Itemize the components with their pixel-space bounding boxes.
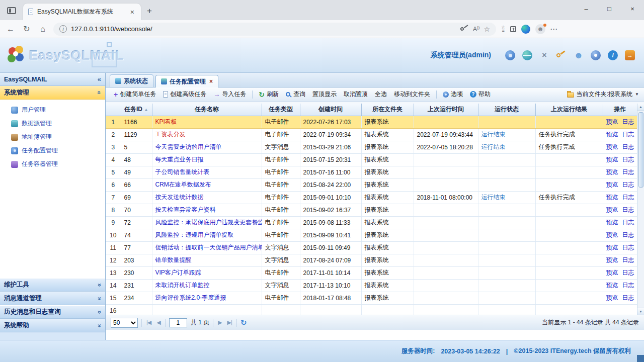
action-link[interactable]: 日志 — [622, 294, 634, 301]
new-tab-button[interactable]: + — [147, 6, 152, 16]
sidebar-item-user-management[interactable]: 用户管理 — [0, 103, 105, 117]
refresh-button[interactable]: ↻ 刷新 — [256, 88, 282, 100]
action-link[interactable]: 日志 — [622, 118, 634, 125]
table-row[interactable]: 16 — [106, 304, 637, 315]
table-row[interactable]: 870按天检查异常客户资料电子邮件2015-09-02 16:37报表系统预览日… — [106, 204, 637, 216]
table-row[interactable]: 21129工资表分发电子邮件2022-07-19 09:34报表系统2022-0… — [106, 128, 637, 141]
tools-icon[interactable]: × — [539, 50, 549, 60]
action-link[interactable]: 预览 — [606, 294, 618, 301]
browser-menu-icon[interactable]: ··· — [550, 26, 558, 33]
cell-name[interactable]: 每天重点业务日报 — [152, 153, 262, 166]
scroll-up-icon[interactable]: ▲ — [637, 104, 644, 111]
action-link[interactable]: 预览 — [606, 168, 618, 175]
action-link[interactable]: 日志 — [622, 131, 634, 138]
table-row[interactable]: 972风险监控：承诺保底用户违规变更套餐监控电子邮件2015-09-08 11:… — [106, 216, 637, 229]
table-row[interactable]: 12203错单数量提醒文字消息2017-08-24 07:09报表系统预览日志 — [106, 254, 637, 266]
action-link[interactable]: 日志 — [622, 219, 634, 226]
close-tab-icon[interactable]: × — [209, 78, 213, 85]
unpin-top-button[interactable]: 取消置顶 — [341, 88, 371, 100]
cell-name[interactable]: 错单数量提醒 — [152, 254, 262, 266]
select-all-button[interactable]: 全选 — [372, 88, 390, 100]
action-link[interactable]: 预览 — [606, 181, 618, 188]
accordion-system-management[interactable]: 系统管理 « — [0, 86, 105, 100]
next-page-button[interactable]: ▶ — [217, 319, 222, 326]
action-link[interactable]: 预览 — [606, 131, 618, 138]
cell-name[interactable]: 按天检查异常客户资料 — [152, 204, 262, 216]
action-link[interactable]: 日志 — [622, 269, 634, 276]
action-link[interactable]: 日志 — [622, 231, 634, 238]
scrollbar-thumb[interactable] — [638, 112, 643, 188]
user-profile-icon[interactable]: ☻ — [574, 50, 584, 60]
maximize-button[interactable]: □ — [598, 0, 621, 17]
cell-name[interactable]: 未取消开机订单监控 — [152, 279, 262, 292]
action-link[interactable]: 预览 — [606, 256, 618, 263]
current-folder-dropdown[interactable]: 当前文件夹:报表系统 ▼ — [567, 90, 639, 99]
table-row[interactable]: 769按天发送统计数据电子邮件2015-09-01 10:10报表系统2018-… — [106, 191, 637, 204]
add-favorite-icon[interactable]: ☆ — [484, 25, 490, 33]
action-link[interactable]: 日志 — [622, 256, 634, 263]
create-simple-task-button[interactable]: + 创建简单任务 — [111, 88, 159, 100]
column-header-created[interactable]: 创建时间 — [300, 104, 361, 116]
move-to-folder-button[interactable]: 移动到文件夹 — [391, 88, 433, 100]
cell-name[interactable]: 子公司销售量统计表 — [152, 166, 262, 178]
action-link[interactable]: 预览 — [606, 206, 618, 213]
column-header-folder[interactable]: 所在文件夹 — [361, 104, 414, 116]
cell-name[interactable]: 风险监控：违规用户清单提取 — [152, 229, 262, 241]
help-button[interactable]: ? 帮助 — [467, 88, 494, 100]
scroll-down-icon[interactable]: ▼ — [637, 308, 644, 315]
action-link[interactable]: 日志 — [622, 282, 634, 289]
url-text[interactable]: 127.0.0.1:9110/webconsole/ — [71, 25, 456, 33]
cell-name[interactable]: 逆向评价系统2.0-季度通报 — [152, 292, 262, 304]
edge-logo-icon[interactable] — [521, 25, 530, 34]
cell-name[interactable]: 今天需要走访的用户清单 — [152, 141, 262, 153]
action-link[interactable]: 日志 — [622, 143, 634, 150]
action-link[interactable]: 日志 — [622, 168, 634, 175]
action-link[interactable]: 预览 — [606, 269, 618, 276]
action-link[interactable]: 预览 — [606, 219, 618, 226]
home-icon[interactable]: ⌂ — [37, 25, 48, 34]
accordion-maintenance-tools[interactable]: 维护工具 « — [0, 278, 105, 292]
column-header-result[interactable]: 上次运行结果 — [535, 104, 603, 116]
table-row[interactable]: 15234逆向评价系统2.0-季度通报电子邮件2018-01-17 08:48报… — [106, 292, 637, 304]
collapse-sidebar-icon[interactable]: « — [98, 75, 101, 83]
table-row[interactable]: 14231未取消开机订单监控文字消息2017-11-13 10:10报表系统预览… — [106, 279, 637, 292]
action-link[interactable]: 日志 — [622, 156, 634, 163]
minimize-button[interactable]: – — [575, 0, 598, 17]
column-header-last-run[interactable]: 上次运行时间 — [414, 104, 478, 116]
cell-name[interactable]: 工资表分发 — [152, 128, 262, 141]
cell-name[interactable]: 风险监控：承诺保底用户违规变更套餐监控 — [152, 216, 262, 229]
action-link[interactable]: 预览 — [606, 143, 618, 150]
globe-icon[interactable] — [522, 50, 532, 60]
action-link[interactable]: 日志 — [622, 206, 634, 213]
action-link[interactable]: 预览 — [606, 118, 618, 125]
action-link[interactable]: 日志 — [622, 244, 634, 251]
reload-icon[interactable]: ↻ — [21, 24, 32, 34]
column-header-status[interactable]: 运行状态 — [478, 104, 535, 116]
tab-task-config[interactable]: 任务配置管理 × — [155, 75, 218, 87]
change-password-icon[interactable] — [556, 53, 567, 57]
import-task-button[interactable]: → 导入任务 — [210, 88, 249, 100]
site-info-icon[interactable]: i — [59, 25, 67, 33]
sidebar-item-addressbook-management[interactable]: 地址簿管理 — [0, 130, 105, 144]
read-aloud-icon[interactable]: A)) — [473, 26, 479, 33]
first-page-button[interactable]: |◀ — [145, 319, 152, 326]
table-row[interactable]: 13230VIP客户订单跟踪电子邮件2017-11-01 10:14报表系统预览… — [106, 266, 637, 279]
action-link[interactable]: 预览 — [606, 244, 618, 251]
column-header-task-name[interactable]: 任务名称 — [152, 104, 262, 116]
table-row[interactable]: 448每天重点业务日报电子邮件2015-07-15 20:31报表系统预览日志 — [106, 153, 637, 166]
accordion-history-log-query[interactable]: 历史消息和日志查询 « — [0, 305, 105, 319]
table-row[interactable]: 666CRM在途单数据发布电子邮件2015-08-24 22:00报表系统预览日… — [106, 178, 637, 191]
favorites-bar-icon[interactable]: ☆≡ — [501, 26, 505, 33]
password-icon[interactable] — [460, 27, 465, 32]
vertical-scrollbar[interactable]: ▲ ▼ — [637, 104, 644, 315]
logout-icon[interactable]: → — [625, 50, 635, 60]
sidebar-item-task-config-management[interactable]: 任务配置管理 — [0, 144, 105, 157]
close-window-button[interactable]: × — [621, 0, 644, 17]
create-advanced-task-button[interactable]: 创建高级任务 — [160, 88, 209, 100]
cell-name[interactable]: 按天发送统计数据 — [152, 191, 262, 204]
table-row[interactable]: 1177促销活动：提取前一天促销产品用户清单文字消息2015-09-11 09:… — [106, 241, 637, 254]
column-header-task-id[interactable]: 任务ID▲ — [121, 104, 152, 116]
cell-name[interactable]: KPI看板 — [152, 116, 262, 128]
browser-tab[interactable]: EasySQLMAIL数据发布系统 × — [23, 4, 141, 20]
search-button[interactable]: 查询 — [283, 88, 308, 100]
